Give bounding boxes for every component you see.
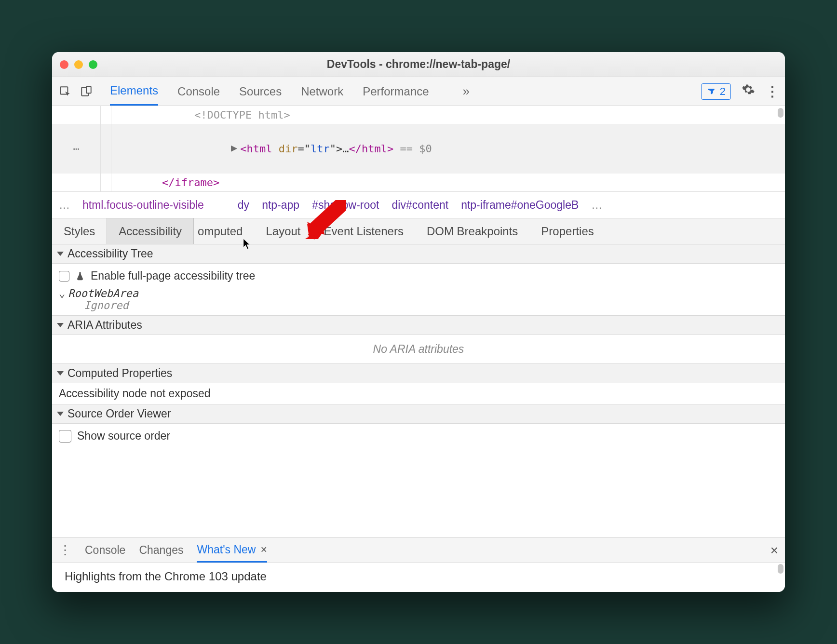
checkbox-label: Show source order bbox=[77, 429, 170, 443]
section-title: Computed Properties bbox=[68, 367, 172, 380]
guide-line bbox=[111, 106, 111, 191]
crumb-html[interactable]: html.focus-outline-visible bbox=[82, 199, 204, 212]
crumb-ellipsis-left[interactable]: … bbox=[59, 199, 70, 212]
issues-count: 2 bbox=[720, 85, 726, 98]
checkbox-show-source-order[interactable] bbox=[59, 430, 71, 443]
subtab-computed-partial[interactable]: omputed bbox=[194, 218, 254, 244]
section-source-order-body: Show source order bbox=[52, 424, 785, 448]
more-tabs-icon[interactable]: » bbox=[463, 84, 470, 99]
aria-empty-message: No ARIA attributes bbox=[52, 335, 785, 363]
main-toolbar: Elements Console Sources Network Perform… bbox=[52, 77, 785, 106]
main-tabs: Elements Console Sources Network Perform… bbox=[110, 77, 470, 106]
drawer-menu-icon[interactable]: ⋮ bbox=[59, 543, 71, 558]
section-aria-head[interactable]: ARIA Attributes bbox=[52, 315, 785, 335]
drawer-tab-console[interactable]: Console bbox=[85, 538, 125, 563]
crumb-div-content[interactable]: div#content bbox=[392, 199, 449, 212]
subtab-event-listeners[interactable]: Event Listeners bbox=[312, 218, 415, 244]
checkbox-label: Enable full-page accessibility tree bbox=[91, 269, 255, 282]
tree-root-node[interactable]: RootWebArea bbox=[68, 287, 138, 299]
kebab-menu-icon[interactable]: ⋮ bbox=[766, 83, 779, 99]
section-accessibility-tree-head[interactable]: Accessibility Tree bbox=[52, 244, 785, 264]
section-title: Source Order Viewer bbox=[68, 407, 171, 420]
caret-down-icon bbox=[57, 371, 64, 376]
drawer-tabs: ⋮ Console Changes What's New × × bbox=[52, 538, 785, 563]
dom-row[interactable]: <!DOCTYPE html> bbox=[52, 106, 785, 124]
title-bar: DevTools - chrome://new-tab-page/ bbox=[52, 52, 785, 77]
drawer-tab-changes[interactable]: Changes bbox=[139, 538, 183, 563]
flask-icon bbox=[75, 271, 85, 282]
sidebar-subtabs: Styles Accessibility omputed Layout Even… bbox=[52, 218, 785, 244]
crumb-body-partial[interactable]: dy bbox=[216, 199, 249, 211]
section-title: Accessibility Tree bbox=[68, 247, 153, 260]
drawer-tab-whats-new[interactable]: What's New × bbox=[197, 538, 267, 563]
guide-line bbox=[100, 106, 101, 191]
crumb-ntp-app[interactable]: ntp-app bbox=[262, 199, 299, 212]
gutter-ellipsis-icon[interactable]: ⋯ bbox=[52, 141, 100, 157]
caret-down-icon bbox=[57, 252, 64, 256]
settings-gear-icon[interactable] bbox=[742, 83, 755, 100]
section-title: ARIA Attributes bbox=[68, 319, 142, 332]
close-tab-icon[interactable]: × bbox=[260, 543, 267, 556]
dom-row-selected[interactable]: ⋯ ▶<html dir="ltr">…</html> == $0 bbox=[52, 124, 785, 174]
tab-console[interactable]: Console bbox=[177, 77, 220, 106]
section-computed-head[interactable]: Computed Properties bbox=[52, 363, 785, 383]
device-toolbar-icon[interactable] bbox=[79, 84, 94, 99]
issues-chip[interactable]: 2 bbox=[701, 83, 731, 100]
expand-triangle-icon[interactable]: ▶ bbox=[231, 140, 237, 156]
computed-message: Accessibility node not exposed bbox=[52, 383, 785, 404]
drawer-body: Highlights from the Chrome 103 update bbox=[52, 563, 785, 592]
drawer: ⋮ Console Changes What's New × × Highlig… bbox=[52, 537, 785, 592]
dom-breadcrumbs: … html.focus-outline-visible dy ntp-app … bbox=[52, 191, 785, 218]
section-accessibility-tree-body: Enable full-page accessibility tree ⌄ Ro… bbox=[52, 264, 785, 315]
scrollbar-thumb-icon[interactable] bbox=[778, 564, 783, 574]
subtab-accessibility[interactable]: Accessibility bbox=[107, 218, 194, 244]
tree-ignored-node[interactable]: Ignored bbox=[59, 299, 778, 311]
checkbox-enable-fullpage-tree[interactable] bbox=[59, 271, 69, 282]
tab-sources[interactable]: Sources bbox=[239, 77, 282, 106]
svg-rect-2 bbox=[86, 86, 91, 93]
caret-down-icon bbox=[57, 323, 64, 327]
scrollbar-thumb-icon[interactable] bbox=[778, 108, 783, 118]
inspect-element-icon[interactable] bbox=[58, 84, 72, 99]
dom-tree[interactable]: <!DOCTYPE html> ⋯ ▶<html dir="ltr">…</ht… bbox=[52, 106, 785, 191]
doctype: <!DOCTYPE html> bbox=[194, 109, 290, 121]
tab-network[interactable]: Network bbox=[301, 77, 343, 106]
crumb-ntp-iframe[interactable]: ntp-iframe#oneGoogleB bbox=[461, 199, 579, 212]
close-drawer-icon[interactable]: × bbox=[770, 543, 778, 558]
subtab-dom-breakpoints[interactable]: DOM Breakpoints bbox=[415, 218, 529, 244]
drawer-tab-label: What's New bbox=[197, 543, 256, 556]
tree-twist-icon[interactable]: ⌄ bbox=[59, 287, 65, 299]
subtab-properties[interactable]: Properties bbox=[529, 218, 605, 244]
crumb-ellipsis-right[interactable]: … bbox=[591, 199, 602, 212]
tab-elements[interactable]: Elements bbox=[110, 77, 158, 106]
subtab-styles[interactable]: Styles bbox=[52, 218, 107, 244]
subtab-layout[interactable]: Layout bbox=[254, 218, 312, 244]
window-title: DevTools - chrome://new-tab-page/ bbox=[52, 58, 785, 71]
crumb-shadow-root[interactable]: #shadow-root bbox=[312, 199, 379, 212]
tab-performance[interactable]: Performance bbox=[363, 77, 429, 106]
devtools-window: DevTools - chrome://new-tab-page/ Elemen… bbox=[52, 52, 785, 592]
section-source-order-head[interactable]: Source Order Viewer bbox=[52, 404, 785, 424]
dom-row[interactable]: </iframe> bbox=[52, 174, 785, 191]
caret-down-icon bbox=[57, 412, 64, 416]
whats-new-headline: Highlights from the Chrome 103 update bbox=[65, 570, 267, 583]
